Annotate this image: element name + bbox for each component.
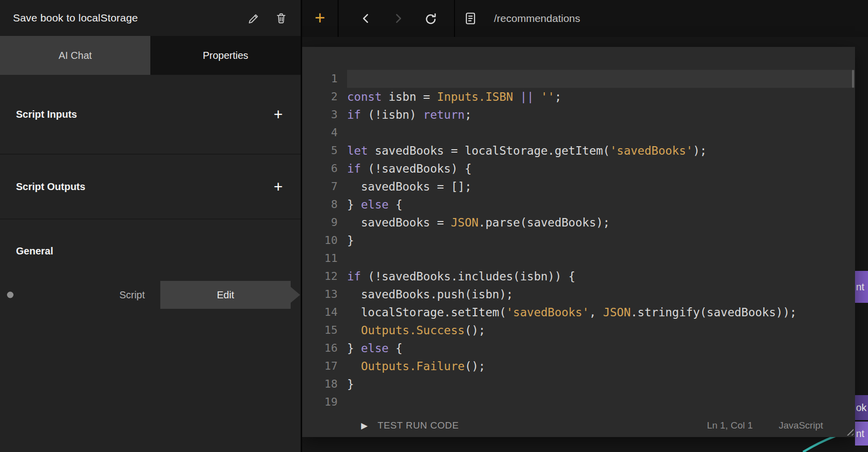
play-icon: ▶ xyxy=(361,421,368,431)
fragment-text: nt xyxy=(856,428,865,440)
code-line-text: localStorage.setItem('savedBooks', JSON.… xyxy=(347,303,855,321)
code-line[interactable]: 1 xyxy=(302,70,855,88)
code-line-text xyxy=(347,249,855,267)
rename-button[interactable] xyxy=(242,6,265,29)
toolbar-divider xyxy=(454,0,455,37)
canvas-button-fragment[interactable]: nt xyxy=(855,271,868,303)
language-indicator: JavaScript xyxy=(779,420,823,431)
general-section: General Script Edit xyxy=(0,220,301,452)
code-line[interactable]: 16} else { xyxy=(302,339,855,357)
code-line[interactable]: 11 xyxy=(302,249,855,267)
node-dot xyxy=(7,292,13,298)
chevron-right-icon xyxy=(392,12,405,25)
code-line-text: savedBooks = []; xyxy=(347,178,855,196)
line-number: 13 xyxy=(302,285,338,303)
code-line[interactable]: 15 Outputs.Success(); xyxy=(302,321,855,339)
back-button[interactable] xyxy=(354,0,379,37)
fragment-text: nt xyxy=(856,281,865,293)
code-line-text: if (!savedBooks.includes(isbn)) { xyxy=(347,267,855,285)
line-number: 2 xyxy=(302,88,338,106)
code-line-text: } else { xyxy=(347,196,855,214)
script-property-row: Script Edit xyxy=(0,281,301,309)
line-number: 6 xyxy=(302,160,338,178)
script-outputs-section: Script Outputs + xyxy=(0,155,301,220)
trash-icon xyxy=(275,11,288,24)
script-inputs-label: Script Inputs xyxy=(16,109,77,120)
reload-button[interactable] xyxy=(418,0,443,37)
code-line-text: Outputs.Failure(); xyxy=(347,357,855,375)
code-line-text: } xyxy=(347,231,855,249)
code-line-text: if (!savedBooks) { xyxy=(347,160,855,178)
line-number: 18 xyxy=(302,375,338,393)
url-display[interactable]: /recommendations xyxy=(494,0,580,37)
line-number: 16 xyxy=(302,339,338,357)
code-line[interactable]: 17 Outputs.Failure(); xyxy=(302,357,855,375)
line-number: 7 xyxy=(302,178,338,196)
code-line[interactable]: 19 xyxy=(302,393,855,411)
script-outputs-label: Script Outputs xyxy=(16,181,85,193)
code-line[interactable]: 8} else { xyxy=(302,196,855,214)
code-editor-panel: 12const isbn = Inputs.ISBN || '';3if (!i… xyxy=(302,47,855,437)
code-line[interactable]: 2const isbn = Inputs.ISBN || ''; xyxy=(302,88,855,106)
add-script-input-button[interactable]: + xyxy=(267,103,290,126)
code-line[interactable]: 10} xyxy=(302,231,855,249)
pages-button[interactable] xyxy=(458,0,483,37)
code-line[interactable]: 14 localStorage.setItem('savedBooks', JS… xyxy=(302,303,855,321)
line-number: 9 xyxy=(302,214,338,231)
script-property-label: Script xyxy=(119,289,145,301)
line-number: 3 xyxy=(302,106,338,124)
test-run-button[interactable]: ▶ TEST RUN CODE xyxy=(361,420,459,431)
pencil-icon xyxy=(247,11,260,24)
code-line[interactable]: 4 xyxy=(302,124,855,142)
resize-handle[interactable] xyxy=(845,427,854,436)
popover-arrow xyxy=(291,287,300,303)
script-inputs-section: Script Inputs + xyxy=(0,75,301,155)
canvas-button-fragment[interactable]: ok xyxy=(855,395,868,420)
delete-button[interactable] xyxy=(270,6,293,29)
code-lines: 12const isbn = Inputs.ISBN || '';3if (!i… xyxy=(302,70,855,411)
code-line[interactable]: 5let savedBooks = localStorage.getItem('… xyxy=(302,142,855,160)
plus-icon: + xyxy=(274,107,283,122)
line-number: 10 xyxy=(302,231,338,249)
code-line-text: } xyxy=(347,375,855,393)
add-script-output-button[interactable]: + xyxy=(267,175,290,198)
code-line[interactable]: 12if (!savedBooks.includes(isbn)) { xyxy=(302,267,855,285)
code-editor[interactable]: 12const isbn = Inputs.ISBN || '';3if (!i… xyxy=(302,47,855,414)
browser-toolbar: + xyxy=(302,0,868,37)
editor-status: Ln 1, Col 1 JavaScript xyxy=(707,420,823,431)
plus-icon: + xyxy=(274,179,283,195)
code-line[interactable]: 18} xyxy=(302,375,855,393)
refresh-icon xyxy=(424,12,437,25)
line-number: 14 xyxy=(302,303,338,321)
code-line-text: let savedBooks = localStorage.getItem('s… xyxy=(347,142,855,160)
edit-script-button[interactable]: Edit xyxy=(160,281,291,309)
plus-icon: + xyxy=(315,9,325,27)
chevron-left-icon xyxy=(360,12,373,25)
line-number: 12 xyxy=(302,267,338,285)
code-line-text xyxy=(347,70,855,88)
forward-button[interactable] xyxy=(386,0,411,37)
code-line-text: savedBooks.push(isbn); xyxy=(347,285,855,303)
code-line-text: Outputs.Success(); xyxy=(347,321,855,339)
tab-properties[interactable]: Properties xyxy=(150,36,301,75)
cursor-position: Ln 1, Col 1 xyxy=(707,420,753,431)
fragment-text: ok xyxy=(856,402,867,414)
toolbar-divider xyxy=(338,0,339,37)
code-line[interactable]: 3if (!isbn) return; xyxy=(302,106,855,124)
preview-area: + xyxy=(302,0,868,452)
code-line[interactable]: 13 savedBooks.push(isbn); xyxy=(302,285,855,303)
add-page-button[interactable]: + xyxy=(302,0,338,37)
code-line-text: if (!isbn) return; xyxy=(347,106,855,124)
code-line[interactable]: 7 savedBooks = []; xyxy=(302,178,855,196)
code-line-text xyxy=(347,393,855,411)
code-line-text xyxy=(347,124,855,142)
page-icon xyxy=(463,11,477,25)
line-number: 5 xyxy=(302,142,338,160)
code-line[interactable]: 9 savedBooks = JSON.parse(savedBooks); xyxy=(302,214,855,231)
canvas-button-fragment[interactable]: nt xyxy=(855,422,868,446)
scrollbar-thumb[interactable] xyxy=(852,70,854,88)
code-line-text: } else { xyxy=(347,339,855,357)
line-number: 17 xyxy=(302,357,338,375)
code-line[interactable]: 6if (!savedBooks) { xyxy=(302,160,855,178)
tab-ai-chat[interactable]: AI Chat xyxy=(0,36,150,75)
